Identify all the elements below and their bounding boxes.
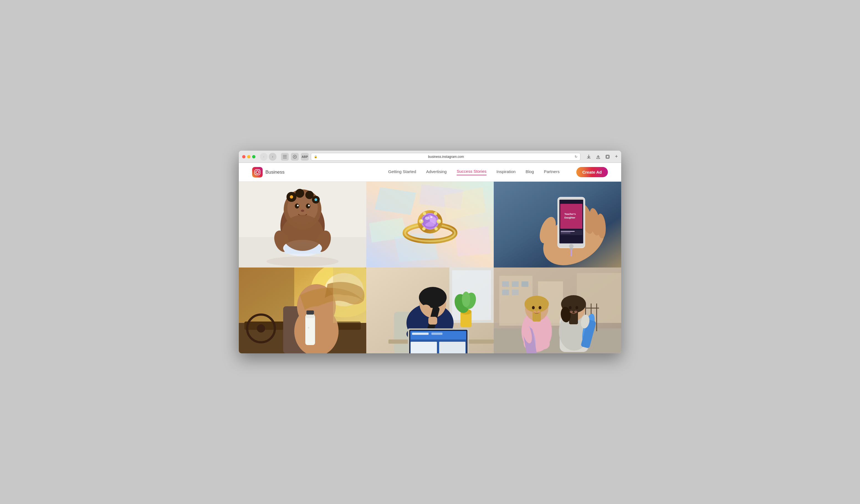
svg-rect-133 [502, 290, 509, 295]
url-text: business.instagram.com [319, 155, 573, 159]
site-header: Business Getting Started Advertising Suc… [239, 163, 621, 182]
website-content: Business Getting Started Advertising Suc… [239, 163, 621, 353]
close-button[interactable] [242, 155, 245, 159]
nav-blog[interactable]: Blog [526, 169, 534, 175]
svg-rect-2 [283, 158, 287, 159]
svg-point-105 [462, 292, 470, 307]
grid-cell-bottle[interactable]: ☆ [239, 267, 366, 353]
svg-point-163 [570, 311, 573, 313]
svg-point-156 [569, 306, 572, 309]
back-button[interactable]: ‹ [260, 153, 268, 161]
svg-rect-119 [411, 331, 466, 340]
nav-success-stories[interactable]: Success Stories [457, 169, 487, 175]
svg-point-162 [537, 311, 540, 313]
svg-rect-95 [306, 310, 314, 315]
svg-point-58 [434, 227, 438, 231]
svg-point-11 [259, 169, 260, 170]
svg-rect-0 [283, 155, 287, 155]
svg-text:☆: ☆ [307, 326, 310, 329]
ring-image [366, 182, 494, 267]
browser-actions [585, 153, 612, 161]
svg-point-4 [294, 156, 295, 157]
svg-point-164 [574, 311, 577, 313]
svg-rect-135 [494, 328, 621, 353]
svg-rect-7 [606, 155, 609, 158]
grid-cell-laptop[interactable] [366, 267, 494, 353]
svg-point-161 [533, 311, 536, 313]
svg-rect-78 [561, 233, 571, 233]
download-button[interactable] [585, 153, 593, 161]
svg-rect-111 [428, 317, 437, 325]
svg-point-19 [297, 205, 299, 206]
svg-rect-130 [502, 281, 509, 287]
ssl-lock-icon: 🔒 [314, 155, 317, 158]
svg-point-57 [422, 227, 426, 231]
grid-cell-baby[interactable] [239, 182, 366, 267]
svg-point-145 [532, 306, 535, 309]
grid-cell-phone[interactable]: Teacher's Daughter [494, 182, 621, 267]
svg-point-56 [434, 212, 437, 215]
svg-point-23 [295, 189, 304, 198]
svg-point-24 [305, 191, 314, 199]
svg-point-21 [301, 210, 304, 212]
address-bar[interactable]: 🔒 business.instagram.com ↻ [311, 153, 580, 161]
svg-point-114 [421, 305, 431, 313]
grid-cell-ring[interactable] [366, 182, 494, 267]
traffic-lights [242, 155, 256, 159]
svg-rect-129 [577, 273, 621, 323]
svg-rect-77 [561, 231, 575, 232]
refresh-icon[interactable]: ↻ [575, 155, 577, 159]
svg-rect-131 [512, 281, 519, 287]
svg-point-59 [420, 220, 422, 222]
svg-point-146 [539, 306, 541, 309]
instagram-logo-icon [252, 167, 263, 178]
forward-button[interactable]: › [269, 153, 276, 161]
new-tab-button[interactable] [604, 153, 612, 161]
svg-point-79 [569, 244, 574, 248]
adblocker-button[interactable]: ABP [301, 153, 309, 161]
svg-rect-1 [283, 157, 287, 157]
svg-rect-8 [252, 167, 263, 178]
svg-text:Teacher's: Teacher's [564, 213, 576, 216]
svg-point-52 [430, 216, 432, 218]
svg-point-33 [267, 256, 339, 266]
grid-cell-women[interactable] [494, 267, 621, 353]
history-button[interactable] [281, 153, 289, 161]
bottle-image: ☆ [239, 267, 366, 353]
svg-point-157 [575, 306, 578, 309]
browser-nav: ‹ › [260, 153, 276, 161]
add-tab-button[interactable]: + [615, 154, 618, 160]
svg-point-20 [308, 205, 310, 206]
brand: Business [252, 167, 285, 178]
nav-getting-started[interactable]: Getting Started [388, 169, 416, 175]
nav-advertising[interactable]: Advertising [426, 169, 447, 175]
phone-image: Teacher's Daughter [494, 182, 621, 267]
yoga-image [494, 267, 621, 353]
browser-titlebar: ‹ › ABP 🔒 business.instagram.com ↻ [239, 151, 621, 163]
nav-partners[interactable]: Partners [544, 169, 560, 175]
svg-rect-97 [333, 267, 366, 323]
create-ad-button[interactable]: Create Ad [576, 167, 608, 177]
baby-image [239, 182, 366, 267]
extensions-button[interactable] [291, 153, 299, 161]
svg-point-109 [419, 287, 447, 308]
svg-point-143 [525, 296, 549, 312]
svg-rect-120 [412, 332, 429, 335]
svg-point-89 [257, 324, 265, 332]
fullscreen-button[interactable] [252, 155, 256, 159]
svg-rect-123 [439, 342, 465, 353]
svg-point-32 [282, 215, 323, 251]
share-button[interactable] [594, 153, 602, 161]
svg-point-18 [306, 204, 310, 209]
svg-rect-122 [411, 342, 437, 353]
nav-inspiration[interactable]: Inspiration [497, 169, 516, 175]
svg-rect-93 [305, 315, 315, 345]
image-grid: Teacher's Daughter [239, 182, 621, 353]
svg-rect-80 [569, 248, 573, 250]
svg-rect-5 [597, 158, 600, 159]
main-nav: Getting Started Advertising Success Stor… [388, 167, 608, 177]
svg-point-26 [290, 195, 293, 198]
minimize-button[interactable] [247, 155, 250, 159]
svg-rect-94 [306, 314, 314, 318]
svg-text:Daughter: Daughter [564, 216, 575, 219]
